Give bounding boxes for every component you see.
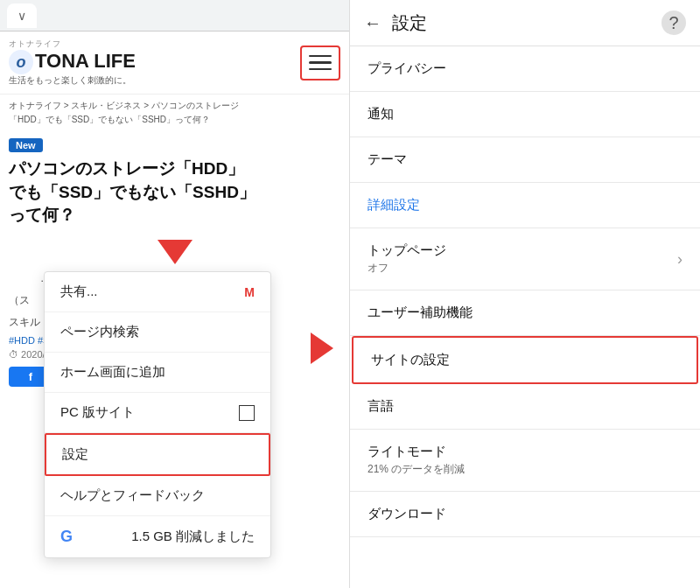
hamburger-line <box>309 68 332 71</box>
settings-item-site-settings-label: サイトの設定 <box>371 352 679 368</box>
breadcrumb-line2: 「HDD」でも「SSD」でもない「SSHD」って何？ <box>0 114 349 131</box>
settings-item-theme-label: テーマ <box>368 151 682 168</box>
left-panel: ∨ オトナライフ oTONA LIFE 生活をもっと楽しく刺激的に。 オトナライ… <box>0 0 350 588</box>
tab-bar: ∨ <box>0 0 349 32</box>
logo-circle: o <box>9 50 33 74</box>
new-badge: New <box>9 138 43 152</box>
settings-item-theme[interactable]: テーマ <box>350 137 700 183</box>
settings-item-privacy[interactable]: プライバシー <box>350 46 700 92</box>
settings-item-lite-mode-sublabel: 21% のデータを削減 <box>368 462 682 477</box>
arrow-down-container <box>0 233 349 268</box>
hamburger-button[interactable] <box>300 46 340 80</box>
menu-item-help[interactable]: ヘルプとフィードバック <box>45 476 270 516</box>
menu-item-savings: G 1.5 GB 削減しました <box>45 516 270 557</box>
help-button[interactable]: ? <box>662 10 686 35</box>
settings-item-homepage[interactable]: トップページ オフ › <box>350 228 700 290</box>
settings-item-language[interactable]: 言語 <box>350 384 700 430</box>
chevron-down-icon[interactable]: ∨ <box>18 9 26 23</box>
arrow-right-container <box>311 332 333 364</box>
settings-item-homepage-label: トップページ <box>368 242 446 259</box>
settings-list: プライバシー 通知 テーマ 詳細設定 トップページ オフ › ユーザー補助機能 … <box>350 46 700 588</box>
settings-item-privacy-label: プライバシー <box>368 60 682 77</box>
savings-text: 1.5 GB 削減しました <box>131 528 255 545</box>
logo-text: TONA LIFE <box>35 50 136 72</box>
article-area: New パソコンのストレージ「HDD」でも「SSD」でもない「SSHD」って何？ <box>0 131 349 233</box>
back-button[interactable]: ← <box>364 13 382 33</box>
settings-item-lite-mode[interactable]: ライトモード 21% のデータを削減 <box>350 430 700 492</box>
menu-item-homescreen[interactable]: ホーム画面に追加 <box>45 353 270 393</box>
settings-item-downloads-label: ダウンロード <box>368 506 682 522</box>
hamburger-line <box>309 55 332 58</box>
arrow-right-small-icon: › <box>677 250 682 269</box>
article-title: パソコンのストレージ「HDD」でも「SSD」でもない「SSHD」って何？ <box>9 158 340 228</box>
menu-item-settings-label: 設定 <box>62 446 88 463</box>
menu-item-share[interactable]: 共有... M <box>45 272 270 312</box>
context-menu: 共有... M ページ内検索 ホーム画面に追加 PC 版サイト 設定 ヘルプとフ… <box>44 271 271 558</box>
hamburger-line <box>309 61 332 64</box>
menu-item-share-label: 共有... <box>60 284 98 300</box>
settings-item-language-label: 言語 <box>368 398 682 415</box>
logo-area: オトナライフ oTONA LIFE 生活をもっと楽しく刺激的に。 <box>9 38 136 87</box>
site-header: オトナライフ oTONA LIFE 生活をもっと楽しく刺激的に。 <box>0 32 349 94</box>
menu-item-homescreen-label: ホーム画面に追加 <box>60 364 165 381</box>
settings-item-notifications[interactable]: 通知 <box>350 92 700 137</box>
arrow-right-icon <box>311 332 333 364</box>
settings-item-downloads[interactable]: ダウンロード <box>350 492 700 537</box>
menu-item-help-label: ヘルプとフィードバック <box>60 487 205 504</box>
menu-item-desktop[interactable]: PC 版サイト <box>45 393 270 433</box>
desktop-checkbox[interactable] <box>239 405 255 421</box>
settings-item-homepage-sublabel: オフ <box>368 261 446 276</box>
tab-item[interactable]: ∨ <box>7 4 37 28</box>
gmail-icon: M <box>244 285 255 299</box>
settings-title: 設定 <box>392 11 651 35</box>
settings-item-accessibility-label: ユーザー補助機能 <box>368 304 682 321</box>
google-logo-small: G <box>60 528 73 546</box>
logo-ruby: オトナライフ <box>9 38 136 50</box>
settings-item-notifications-label: 通知 <box>368 106 682 122</box>
logo-tagline: 生活をもっと楽しく刺激的に。 <box>9 74 136 87</box>
arrow-down-icon <box>158 240 192 264</box>
settings-item-lite-mode-label: ライトモード <box>368 444 682 460</box>
right-panel: ← 設定 ? プライバシー 通知 テーマ 詳細設定 トップページ オフ › ユー… <box>350 0 700 588</box>
menu-item-find-label: ページ内検索 <box>60 324 139 340</box>
menu-item-settings[interactable]: 設定 <box>45 433 270 476</box>
menu-item-desktop-label: PC 版サイト <box>60 404 135 421</box>
settings-item-accessibility[interactable]: ユーザー補助機能 <box>350 290 700 336</box>
breadcrumb-line1: オトナライフ > スキル・ビジネス > パソコンのストレージ <box>0 94 349 114</box>
settings-item-advanced[interactable]: 詳細設定 <box>350 183 700 228</box>
settings-header: ← 設定 ? <box>350 0 700 46</box>
menu-item-find[interactable]: ページ内検索 <box>45 312 270 353</box>
settings-item-site-settings[interactable]: サイトの設定 <box>352 336 698 384</box>
logo-main: oTONA LIFE <box>9 50 136 74</box>
settings-item-advanced-label: 詳細設定 <box>368 197 682 214</box>
